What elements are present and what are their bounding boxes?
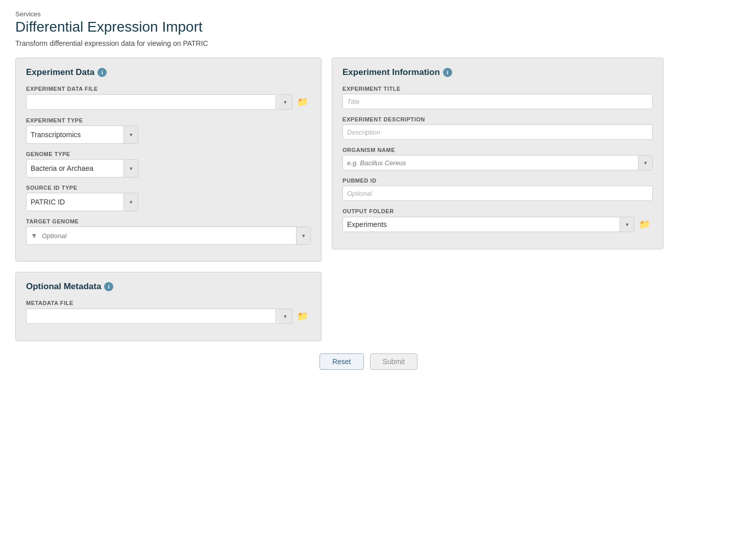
experiment-title-label: EXPERIMENT TITLE <box>342 86 653 92</box>
button-row: Reset Submit <box>15 353 722 370</box>
organism-name-label: ORGANISM NAME <box>342 147 653 153</box>
experiment-type-label: EXPERIMENT TYPE <box>26 117 311 123</box>
pubmed-id-label: PUBMED ID <box>342 177 653 184</box>
breadcrumb: Services <box>15 10 722 18</box>
optional-metadata-info-icon[interactable]: i <box>104 282 113 291</box>
experiment-data-file-dropdown[interactable]: ▾ <box>278 94 292 110</box>
organism-name-group: ORGANISM NAME ▾ <box>342 147 653 170</box>
genome-type-label: GENOME TYPE <box>26 151 311 157</box>
experiment-type-group: EXPERIMENT TYPE Transcriptomics ▾ <box>26 117 311 144</box>
organism-name-input[interactable] <box>343 156 638 170</box>
experiment-description-label: EXPERIMENT DESCRIPTION <box>342 116 653 122</box>
metadata-file-row: ▾ 📁 <box>26 308 311 324</box>
source-id-type-group: SOURCE ID TYPE PATRIC ID ▾ <box>26 185 311 211</box>
target-genome-group: TARGET GENOME ▼ ▾ <box>26 218 311 245</box>
experiment-information-info-icon[interactable]: i <box>443 68 452 77</box>
output-folder-browse-btn[interactable]: 📁 <box>636 216 653 233</box>
experiment-type-dropdown-arrow[interactable]: ▾ <box>124 126 138 143</box>
experiment-information-panel-title: Experiment Information i <box>342 67 653 78</box>
source-id-type-dropdown-arrow[interactable]: ▾ <box>124 193 138 211</box>
output-folder-group: OUTPUT FOLDER Experiments ▾ 📁 <box>342 208 653 233</box>
experiment-data-file-input[interactable] <box>26 94 276 110</box>
experiment-type-select[interactable]: Transcriptomics ▾ <box>26 125 138 144</box>
experiment-data-file-row: ▾ 📁 <box>26 94 311 110</box>
metadata-file-group: METADATA FILE ▾ 📁 <box>26 300 311 324</box>
experiment-title-group: EXPERIMENT TITLE <box>342 86 653 109</box>
target-genome-dropdown-btn[interactable]: ▾ <box>296 227 310 244</box>
filter-icon: ▼ <box>27 232 38 240</box>
experiment-information-panel: Experiment Information i EXPERIMENT TITL… <box>332 58 664 249</box>
output-folder-label: OUTPUT FOLDER <box>342 208 653 214</box>
experiment-data-panel: Experiment Data i EXPERIMENT DATA FILE ▾… <box>15 58 322 262</box>
target-genome-label: TARGET GENOME <box>26 218 311 224</box>
source-id-type-select[interactable]: PATRIC ID ▾ <box>26 193 138 211</box>
page-subtitle: Transform differential expression data f… <box>15 39 722 47</box>
genome-type-group: GENOME TYPE Bacteria or Archaea ▾ <box>26 151 311 177</box>
genome-type-value: Bacteria or Archaea <box>27 164 124 172</box>
metadata-file-dropdown-btn[interactable]: ▾ <box>278 309 292 324</box>
experiment-data-file-folder-btn[interactable]: 📁 <box>294 94 311 110</box>
experiment-data-file-group: EXPERIMENT DATA FILE ▾ 📁 <box>26 86 311 110</box>
experiment-description-group: EXPERIMENT DESCRIPTION <box>342 116 653 140</box>
page-title: Differential Expression Import <box>15 19 722 35</box>
pubmed-id-input[interactable] <box>342 186 653 201</box>
experiment-data-panel-title: Experiment Data i <box>26 67 311 78</box>
experiment-description-input[interactable] <box>342 124 653 140</box>
optional-metadata-panel-title: Optional Metadata i <box>26 282 311 292</box>
experiment-data-info-icon[interactable]: i <box>97 68 107 77</box>
genome-type-dropdown-arrow[interactable]: ▾ <box>124 160 138 177</box>
experiment-type-value: Transcriptomics <box>27 131 124 139</box>
metadata-file-folder-btn[interactable]: 📁 <box>294 308 311 324</box>
source-id-type-value: PATRIC ID <box>27 198 124 206</box>
experiment-data-file-label: EXPERIMENT DATA FILE <box>26 86 311 92</box>
organism-name-row: ▾ <box>342 155 653 170</box>
output-folder-value: Experiments <box>343 217 620 232</box>
output-folder-row: Experiments ▾ 📁 <box>342 216 653 233</box>
metadata-file-label: METADATA FILE <box>26 300 311 306</box>
organism-name-dropdown-btn[interactable]: ▾ <box>638 156 652 170</box>
target-genome-input[interactable] <box>38 227 296 244</box>
reset-button[interactable]: Reset <box>320 353 364 370</box>
genome-type-select[interactable]: Bacteria or Archaea ▾ <box>26 159 138 177</box>
output-folder-dropdown-btn[interactable]: ▾ <box>620 217 634 232</box>
optional-metadata-panel: Optional Metadata i METADATA FILE ▾ 📁 <box>15 272 322 341</box>
submit-button[interactable]: Submit <box>370 353 418 370</box>
target-genome-row: ▼ ▾ <box>26 226 311 245</box>
source-id-type-label: SOURCE ID TYPE <box>26 185 311 191</box>
pubmed-id-group: PUBMED ID <box>342 177 653 201</box>
metadata-file-input[interactable] <box>26 309 276 324</box>
experiment-title-input[interactable] <box>342 94 653 109</box>
